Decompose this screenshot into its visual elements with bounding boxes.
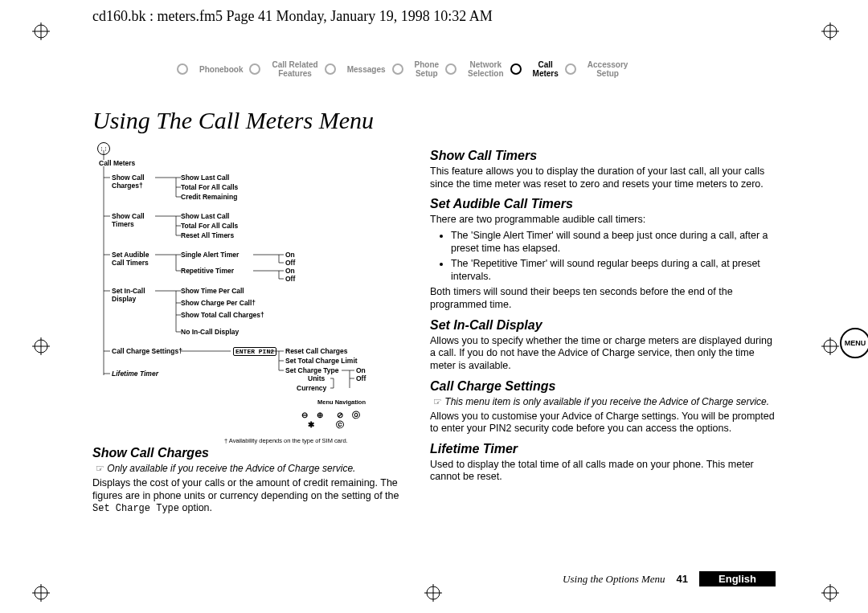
breadcrumb-nav: PhonebookCall RelatedFeaturesMessagesPho… xyxy=(177,60,776,92)
tree-item: Lifetime Timer xyxy=(112,370,158,378)
breadcrumb-item: NetworkSelection xyxy=(445,60,510,78)
breadcrumb-dot-icon xyxy=(565,63,576,75)
tree-nav-label: Menu Navigation xyxy=(317,399,366,407)
breadcrumb-dot-icon xyxy=(177,63,188,75)
tree-item: Reset Call Charges xyxy=(285,348,347,356)
breadcrumb-label: CallMeters xyxy=(526,60,565,78)
tree-item: Show Last Call xyxy=(181,213,229,221)
tree-item: Credit Remaining xyxy=(181,194,237,202)
tree-item: Total For All Calls xyxy=(181,184,238,192)
tree-item: Call Charge Settings† xyxy=(112,348,182,356)
page-number: 41 xyxy=(677,573,688,585)
breadcrumb-item: Messages xyxy=(325,63,392,75)
menu-icon: ⋮⋮ xyxy=(97,142,110,155)
breadcrumb-dot-icon xyxy=(249,63,260,75)
tree-item: Show CallTimers xyxy=(112,213,145,229)
breadcrumb-dot-icon xyxy=(445,63,457,75)
body-text: Allows you to specify whether the time o… xyxy=(430,335,776,373)
breadcrumb-label: Messages xyxy=(341,65,392,74)
body-text: Allows you to customise your Advice of C… xyxy=(430,411,776,435)
page-title: Using The Call Meters Menu xyxy=(92,107,776,134)
tree-footnote: † Availability depends on the type of SI… xyxy=(224,438,348,445)
tree-item: Show Total Call Charges† xyxy=(181,312,264,320)
tree-item: Set In-CallDisplay xyxy=(112,288,145,304)
crop-mark-icon xyxy=(821,584,836,599)
breadcrumb-item: AccessorySetup xyxy=(565,60,635,78)
section-heading: Set Audible Call Timers xyxy=(430,197,776,211)
tree-item: Show Charge Per Call† xyxy=(181,300,256,308)
breadcrumb-dot-icon xyxy=(325,63,336,75)
section-heading: Lifetime Timer xyxy=(430,442,776,456)
tree-item: Show CallCharges† xyxy=(112,174,145,190)
language-badge: English xyxy=(699,571,776,586)
body-text: Both timers will sound their beeps ten s… xyxy=(430,286,776,311)
body-text: Displays the cost of your calls or the a… xyxy=(92,477,414,515)
breadcrumb-dot-icon xyxy=(510,63,522,75)
tree-item: Total For All Calls xyxy=(181,223,238,231)
note-text: This menu item is only available if you … xyxy=(444,396,776,407)
tree-item: Show Time Per Call xyxy=(181,288,244,296)
bullet-list: The 'Single Alert Timer' will sound a be… xyxy=(430,230,776,284)
pin-entry-icon: ENTER PIN2 xyxy=(233,347,276,356)
page-content: PhonebookCall RelatedFeaturesMessagesPho… xyxy=(92,40,776,586)
tree-item: Reset All Timers xyxy=(181,232,234,240)
page-footer: Using the Options Menu 41 English xyxy=(563,571,776,586)
tree-item: No In-Call Display xyxy=(181,329,239,337)
breadcrumb-item: PhoneSetup xyxy=(392,60,446,78)
breadcrumb-item: CallMeters xyxy=(510,60,565,78)
breadcrumb-item: Phonebook xyxy=(177,63,249,75)
menu-badge-icon: MENU xyxy=(840,328,868,358)
tree-item: Off xyxy=(356,375,366,383)
section-heading: Show Call Timers xyxy=(430,149,776,163)
tree-item: Currency xyxy=(297,385,326,393)
section-heading: Call Charge Settings xyxy=(430,379,776,394)
tree-root: Call Meters xyxy=(99,160,135,168)
tree-item: Units xyxy=(308,375,325,383)
breadcrumb-dot-icon xyxy=(392,63,403,75)
crop-mark-icon xyxy=(32,22,47,37)
body-text: Used to display the total time of all ca… xyxy=(430,459,776,484)
crop-mark-icon xyxy=(32,584,47,599)
section-heading: Show Call Charges xyxy=(92,446,414,460)
nav-key-icons: ⊖ ⊕ ⊘ ⓞ✱ ⓒ xyxy=(301,411,363,429)
note-text: Only available if you receive the Advice… xyxy=(107,463,414,474)
list-item: The 'Single Alert Timer' will sound a be… xyxy=(451,230,776,255)
tree-item: Off xyxy=(285,276,295,284)
section-heading: Set In-Call Display xyxy=(430,318,776,333)
menu-tree-diagram: ⋮⋮ Call Meters Show CallCharges† Show Ca… xyxy=(92,142,414,439)
body-text: This feature allows you to display the d… xyxy=(430,166,776,190)
breadcrumb-label: NetworkSelection xyxy=(461,60,510,78)
crop-mark-icon xyxy=(821,22,836,37)
breadcrumb-label: Call RelatedFeatures xyxy=(265,60,324,78)
breadcrumb-label: AccessorySetup xyxy=(581,60,635,78)
tree-item: Show Last Call xyxy=(181,174,229,182)
tree-item: Set Total Charge Limit xyxy=(285,358,358,366)
body-text: There are two programmable audible call … xyxy=(430,214,776,227)
breadcrumb-item: Call RelatedFeatures xyxy=(249,60,324,78)
page-header-meta: cd160.bk : meters.fm5 Page 41 Monday, Ja… xyxy=(92,8,493,25)
list-item: The 'Repetitive Timer' will sound regula… xyxy=(451,258,776,283)
tree-item: Single Alert Timer xyxy=(181,251,239,260)
crop-mark-icon xyxy=(32,337,47,352)
tree-item: Set AudibleCall Timers xyxy=(112,251,149,268)
footer-section-label: Using the Options Menu xyxy=(563,573,665,586)
breadcrumb-label: Phonebook xyxy=(193,65,249,74)
breadcrumb-label: PhoneSetup xyxy=(408,60,446,78)
crop-mark-icon xyxy=(821,337,836,352)
tree-item: Repetitive Timer xyxy=(181,268,234,276)
